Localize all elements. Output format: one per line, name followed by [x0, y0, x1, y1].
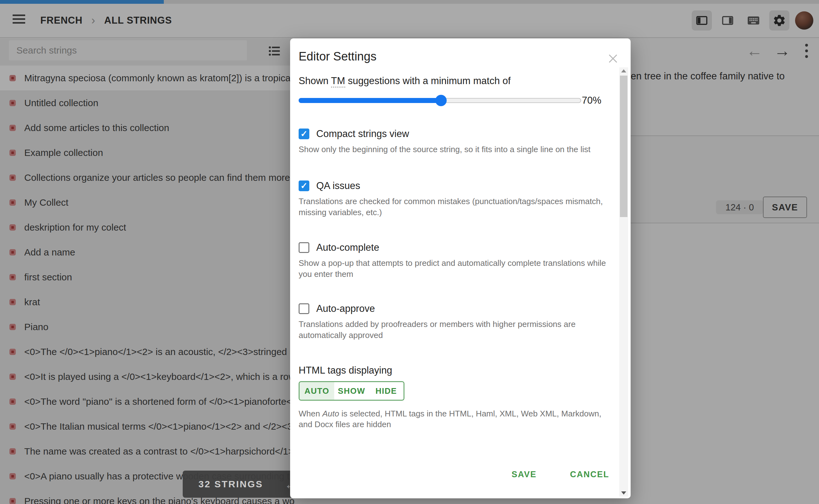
scroll-down-arrow-icon[interactable]: [619, 490, 628, 496]
setting-description: Show a pop-up that attempts to predict a…: [299, 258, 614, 280]
setting-auto-approve: Auto-approve Translations added by proof…: [299, 303, 622, 341]
tm-match-slider[interactable]: [299, 98, 581, 103]
setting-toggle[interactable]: Auto-approve: [299, 303, 622, 314]
scroll-up-arrow-icon[interactable]: [619, 67, 628, 74]
editor-screen: FRENCH › ALL STRINGS: [0, 0, 819, 504]
setting-toggle[interactable]: Compact strings view: [299, 128, 622, 140]
tm-match-value: 70%: [582, 95, 601, 106]
checkbox-auto-complete[interactable]: [299, 242, 309, 253]
modal-title: Editor Settings: [299, 50, 622, 63]
tm-abbreviation: TM: [331, 75, 345, 88]
html-tags-segmented-control: AUTOSHOWHIDE: [299, 381, 404, 401]
modal-footer: SAVE CANCEL: [510, 467, 611, 483]
tm-slider-label: Shown TM suggestions with a minimum matc…: [299, 75, 622, 87]
checkbox-auto-approve[interactable]: [299, 303, 309, 314]
html-tags-heading: HTML tags displaying: [299, 365, 622, 376]
checkbox-compact-strings-view[interactable]: [299, 129, 309, 139]
setting-description: Translations added by proofreaders or me…: [299, 319, 614, 341]
html-tags-description: When Auto is selected, HTML tags in the …: [299, 408, 610, 430]
html-tags-option-show[interactable]: SHOW: [334, 382, 369, 400]
setting-description: Show only the beginning of the source st…: [299, 144, 622, 155]
setting-description: Translations are checked for common mist…: [299, 196, 614, 218]
checkbox-qa-issues[interactable]: [299, 180, 309, 191]
cancel-button[interactable]: CANCEL: [568, 467, 611, 483]
strings-count-label: 32 STRINGS: [198, 479, 263, 490]
html-tags-option-auto[interactable]: AUTO: [300, 382, 334, 400]
slider-fill: [299, 98, 440, 103]
setting-compact-strings-view: Compact strings view Show only the begin…: [299, 128, 622, 155]
setting-toggle[interactable]: QA issues: [299, 180, 622, 192]
tm-match-slider-row: 70%: [299, 95, 622, 106]
setting-toggle[interactable]: Auto-complete: [299, 242, 622, 253]
slider-thumb[interactable]: [435, 95, 447, 106]
setting-qa-issues: QA issues Translations are checked for c…: [299, 180, 622, 218]
scrollbar-thumb[interactable]: [620, 76, 627, 217]
html-tags-option-hide[interactable]: HIDE: [369, 382, 404, 400]
modal-scrollbar[interactable]: [619, 67, 628, 496]
save-button[interactable]: SAVE: [510, 467, 539, 483]
setting-auto-complete: Auto-complete Show a pop-up that attempt…: [299, 242, 622, 280]
close-icon[interactable]: [607, 52, 619, 65]
editor-settings-modal: Editor Settings Shown TM suggestions wit…: [290, 38, 631, 498]
